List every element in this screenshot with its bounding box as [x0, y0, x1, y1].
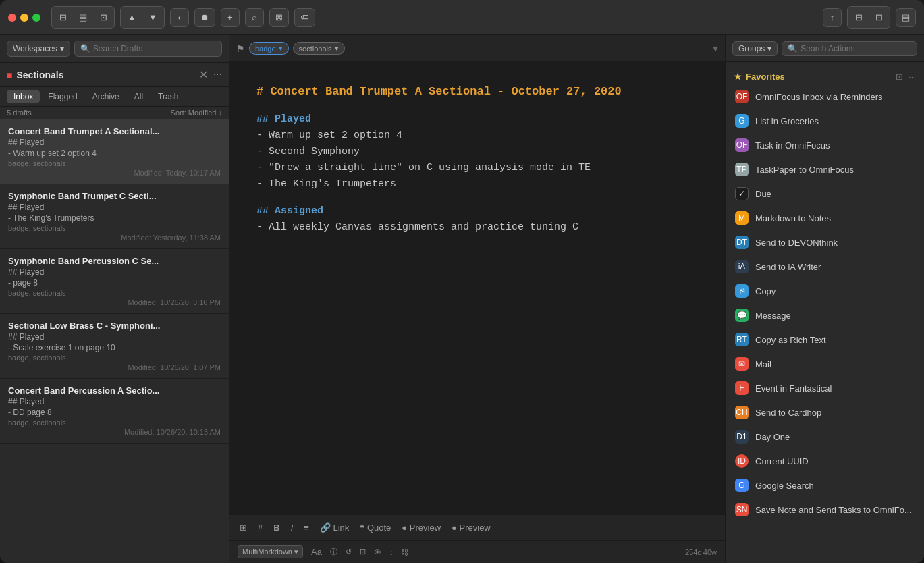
action-item[interactable]: G Google Search	[726, 473, 924, 498]
line-spacing-btn[interactable]: ↕	[389, 548, 393, 556]
action-item[interactable]: iA Send to iA Writer	[726, 254, 924, 279]
action-item[interactable]: D1 Day One	[726, 425, 924, 449]
toggle-sidebar-btn[interactable]: ⊟	[53, 8, 72, 27]
actions-search-box[interactable]: 🔍 Search Actions	[782, 41, 917, 56]
format-selector[interactable]: MultiMarkdown ▾	[238, 545, 303, 558]
action-icon: RT	[735, 333, 749, 346]
action-item[interactable]: CH Send to Cardhop	[726, 400, 924, 425]
visibility-btn[interactable]: 👁	[374, 548, 381, 556]
full-screen-btn[interactable]: ⊡	[869, 8, 888, 27]
toggle-panel-btn[interactable]: ▤	[74, 8, 92, 27]
minimize-button[interactable]	[20, 14, 28, 22]
tag-btn[interactable]: 🏷	[294, 8, 315, 27]
maximize-button[interactable]	[32, 14, 40, 22]
draft-search-box[interactable]: 🔍 Search Drafts	[74, 41, 222, 57]
search-btn[interactable]: ⌕	[245, 8, 264, 27]
action-icon: D1	[735, 430, 749, 444]
actions-toggle-btn[interactable]: ▤	[896, 8, 916, 27]
action-item[interactable]: ID Current UUID	[726, 449, 924, 473]
action-item[interactable]: OF Task in OmniFocus	[726, 133, 924, 157]
tab-all[interactable]: All	[128, 90, 150, 103]
draft-tabs: Inbox Flagged Archive All Trash	[0, 87, 229, 107]
draft-detail: - The King's Trumpeters	[8, 213, 221, 223]
tab-flagged[interactable]: Flagged	[41, 90, 84, 103]
draft-item[interactable]: Sectional Low Brass C - Symphoni... ## P…	[0, 314, 229, 379]
action-icon: G	[735, 479, 749, 492]
draft-item[interactable]: Concert Band Percussion A Sectio... ## P…	[0, 379, 229, 444]
format-heading-btn[interactable]: #	[254, 520, 266, 535]
action-item[interactable]: ✉ Mail	[726, 352, 924, 376]
section-more-btn[interactable]: ···	[908, 72, 916, 82]
sort-info: 5 drafts Sort: Modified ↓	[0, 107, 229, 119]
action-icon: DT	[735, 236, 749, 249]
info-btn[interactable]: ⓘ	[330, 547, 337, 557]
action-label: Due	[755, 189, 771, 199]
format-quote-btn[interactable]: ❝ Quote	[356, 520, 394, 535]
font-size-btn[interactable]: Aa	[311, 547, 322, 557]
action-item[interactable]: OF OmniFocus Inbox via Reminders	[726, 84, 924, 109]
action-item[interactable]: M Markdown to Notes	[726, 206, 924, 230]
action-label: Mail	[755, 359, 771, 369]
format-preview-btn2[interactable]: ● Preview	[448, 520, 494, 535]
split-view-btn[interactable]: ⊟	[849, 8, 868, 27]
action-icon: M	[735, 211, 749, 225]
format-bold-btn[interactable]: B	[270, 520, 283, 535]
permalink-btn[interactable]: ⛓	[401, 548, 408, 556]
draft-preview: ## Played	[8, 138, 221, 147]
nav-up-btn[interactable]: ▲	[122, 8, 142, 27]
more-group-btn[interactable]: ···	[213, 68, 222, 81]
groups-btn[interactable]: Groups ▾	[732, 41, 778, 56]
share-btn[interactable]: ↑	[823, 8, 842, 27]
format-link-btn[interactable]: 🔗 Link	[317, 520, 352, 535]
sectionals-icon: ■	[7, 70, 12, 80]
editor-content[interactable]: # Concert Band Trumpet A Sectional - Oct…	[229, 62, 725, 514]
action-label: Google Search	[755, 481, 814, 491]
tab-trash[interactable]: Trash	[151, 90, 185, 103]
tag-badge-sectionals[interactable]: sectionals ▾	[293, 42, 345, 55]
action-item[interactable]: SN Save Note and Send Tasks to OmniFo...	[726, 498, 924, 522]
nav-back-btn[interactable]: ‹	[170, 8, 189, 27]
format-italic-btn[interactable]: I	[288, 520, 297, 535]
draft-group-title: ■ Sectionals	[7, 70, 64, 80]
draft-modified: Modified: Today, 10:17 AM	[8, 169, 221, 177]
action-item[interactable]: ⎘ Copy	[726, 279, 924, 303]
tag-badge-badge[interactable]: badge ▾	[249, 42, 289, 55]
undo-btn[interactable]: ↺	[346, 547, 352, 556]
action-item[interactable]: G List in Groceries	[726, 109, 924, 133]
draft-item[interactable]: Symphonic Band Percussion C Se... ## Pla…	[0, 249, 229, 314]
link-mode-btn[interactable]: ⊡	[360, 547, 366, 556]
action-item[interactable]: F Event in Fantastical	[726, 376, 924, 400]
draft-item[interactable]: Symphonic Band Trumpet C Secti... ## Pla…	[0, 184, 229, 249]
draft-detail: - Scale exercise 1 on page 10	[8, 343, 221, 352]
draft-tags: badge, sectionals	[8, 419, 221, 427]
action-item[interactable]: ✓ Due	[726, 182, 924, 206]
tab-inbox[interactable]: Inbox	[7, 90, 40, 103]
format-list-btn[interactable]: ≡	[300, 520, 312, 535]
format-table-btn[interactable]: ⊞	[236, 520, 250, 535]
format-preview-btn1[interactable]: ● Preview	[398, 520, 444, 535]
microphone-btn[interactable]: ⏺	[194, 8, 215, 27]
action-item[interactable]: DT Send to DEVONthink	[726, 230, 924, 254]
workspace-selector[interactable]: Workspaces ▾	[7, 41, 70, 57]
action-icon: 💬	[735, 309, 749, 322]
section-expand-btn[interactable]: ⊡	[896, 72, 903, 82]
action-item[interactable]: RT Copy as Rich Text	[726, 327, 924, 352]
action-item[interactable]: 💬 Message	[726, 303, 924, 327]
action-icon: SN	[735, 503, 749, 516]
trash-btn[interactable]: ⊠	[269, 8, 289, 27]
editor-options-btn[interactable]: ▾	[713, 42, 718, 55]
played-line4: - The King's Trumpeters	[256, 176, 698, 192]
toggle-layout-btn[interactable]: ⊡	[94, 8, 113, 27]
close-group-btn[interactable]: ✕	[199, 68, 208, 81]
action-label: List in Groceries	[755, 116, 819, 126]
flag-btn[interactable]: ⚑	[236, 43, 245, 54]
draft-item[interactable]: Concert Band Trumpet A Sectional... ## P…	[0, 119, 229, 184]
add-draft-btn[interactable]: +	[221, 8, 240, 27]
nav-down-btn[interactable]: ▼	[143, 8, 163, 27]
tab-archive[interactable]: Archive	[86, 90, 126, 103]
close-button[interactable]	[8, 14, 16, 22]
action-item[interactable]: TP TaskPaper to OmniFocus	[726, 157, 924, 182]
action-label: OmniFocus Inbox via Reminders	[755, 92, 883, 102]
action-label: Copy as Rich Text	[755, 335, 826, 345]
sort-btn[interactable]: Sort: Modified ↓	[171, 109, 222, 117]
